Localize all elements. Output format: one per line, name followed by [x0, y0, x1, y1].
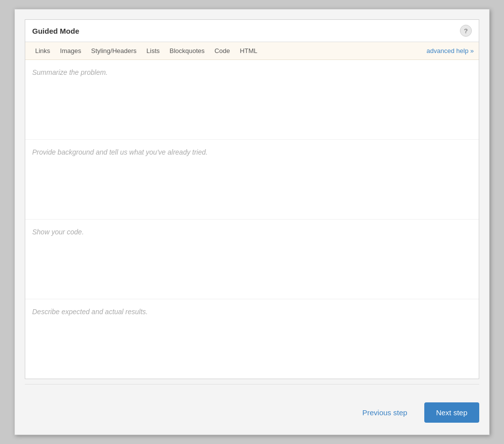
toolbar-item-blockquotes[interactable]: Blockquotes — [165, 45, 210, 56]
previous-step-button[interactable]: Previous step — [353, 403, 416, 422]
section-summarize[interactable]: Summarize the problem. — [25, 60, 479, 140]
footer-divider — [25, 384, 479, 385]
section-results[interactable]: Describe expected and actual results. — [25, 299, 479, 379]
footer-area: Previous step Next step — [25, 397, 479, 425]
section-code[interactable]: Show your code. — [25, 220, 479, 299]
main-window: Guided Mode ? Links Images Styling/Heade… — [14, 9, 490, 435]
toolbar-item-images[interactable]: Images — [55, 45, 86, 56]
placeholder-results: Describe expected and actual results. — [32, 308, 148, 316]
toolbar-item-styling-headers[interactable]: Styling/Headers — [86, 45, 142, 56]
section-background[interactable]: Provide background and tell us what you'… — [25, 140, 479, 220]
editor-title: Guided Mode — [32, 27, 79, 35]
toolbar: Links Images Styling/Headers Lists Block… — [25, 42, 479, 60]
toolbar-item-links[interactable]: Links — [30, 45, 55, 56]
placeholder-code: Show your code. — [32, 228, 84, 236]
advanced-help-link[interactable]: advanced help » — [427, 47, 474, 55]
editor-body: Summarize the problem. Provide backgroun… — [25, 60, 479, 379]
toolbar-item-html[interactable]: HTML — [235, 45, 262, 56]
help-icon-button[interactable]: ? — [460, 25, 472, 37]
toolbar-item-code[interactable]: Code — [209, 45, 235, 56]
placeholder-background: Provide background and tell us what you'… — [32, 148, 207, 156]
editor-container: Guided Mode ? Links Images Styling/Heade… — [25, 19, 479, 379]
editor-header: Guided Mode ? — [25, 20, 479, 42]
placeholder-summarize: Summarize the problem. — [32, 68, 108, 76]
next-step-button[interactable]: Next step — [424, 402, 479, 423]
toolbar-item-lists[interactable]: Lists — [142, 45, 165, 56]
